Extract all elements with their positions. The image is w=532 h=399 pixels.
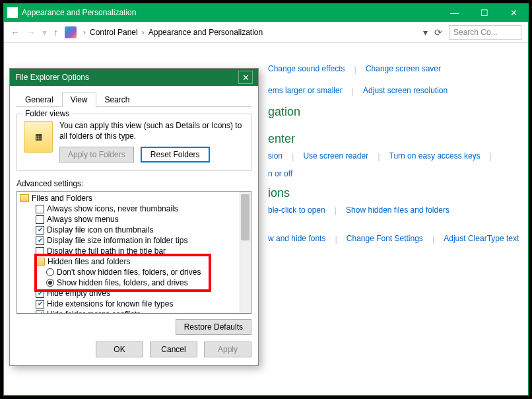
link-items-size[interactable]: ems larger or smaller (268, 86, 343, 96)
dialog-close-button[interactable]: ✕ (238, 71, 253, 84)
checkbox-icon[interactable]: ✔ (36, 226, 44, 235)
back-button[interactable]: ← (11, 27, 20, 38)
tree-item: ✔Hide extensions for known file types (20, 299, 251, 309)
window-title: Appearance and Personalization (22, 8, 136, 17)
checkbox-icon[interactable] (36, 215, 44, 224)
link-screen-saver[interactable]: Change screen saver (366, 64, 441, 74)
folder-views-group: Folder views ▦ You can apply this view (… (17, 114, 251, 171)
tree-item: Always show menus (20, 214, 251, 225)
folder-icon: ▦ (24, 121, 53, 153)
control-panel-small-icon (65, 26, 77, 38)
toolbar: ← → ▾ ↑ › Control Panel › Appearance and… (4, 22, 528, 43)
tree-item: Always show icons, never thumbnails (20, 203, 251, 214)
tab-general[interactable]: General (17, 92, 62, 107)
folder-views-text: You can apply this view (such as Details… (59, 121, 244, 141)
link-font-settings[interactable]: Change Font Settings (347, 234, 423, 244)
heading-navigation[interactable]: gation (268, 105, 521, 119)
link-sound-effects[interactable]: Change sound effects (268, 64, 345, 74)
dialog-titlebar[interactable]: File Explorer Options ✕ (10, 69, 258, 86)
forward-button[interactable]: → (26, 27, 36, 38)
close-button[interactable]: ✕ (499, 3, 529, 22)
link-easy-access[interactable]: Turn on easy access keys (389, 151, 481, 161)
tree-item: ✔Display file icon on thumbnails (20, 225, 251, 235)
scrollbar-thumb[interactable] (241, 194, 249, 240)
maximize-button[interactable]: ☐ (469, 3, 499, 22)
advanced-settings-label: Advanced settings: (17, 179, 251, 188)
checkbox-icon[interactable]: ✔ (36, 310, 44, 314)
control-panel-icon: ⚙ (7, 7, 18, 18)
checkbox-icon[interactable]: ✔ (36, 300, 44, 308)
tree-item: ✔Hide folder merge conflicts (20, 309, 251, 314)
tab-view[interactable]: View (62, 92, 96, 107)
tab-search[interactable]: Search (96, 92, 139, 107)
link-screen-resolution[interactable]: Adjust screen resolution (363, 86, 448, 96)
breadcrumb[interactable]: › Control Panel › Appearance and Persona… (83, 28, 416, 37)
breadcrumb-root[interactable]: Control Panel (90, 28, 138, 37)
checkbox-icon[interactable]: ✔ (36, 236, 44, 245)
ok-button[interactable]: OK (96, 342, 143, 357)
refresh-button[interactable]: ⟳ (434, 27, 442, 38)
file-explorer-options-dialog: File Explorer Options ✕ General View Sea… (9, 68, 259, 366)
link-on-off[interactable]: n or off (268, 169, 292, 178)
apply-to-folders-button[interactable]: Apply to Folders (59, 147, 134, 163)
history-dropdown[interactable]: ▾ (42, 27, 47, 38)
main-window: ⚙ Appearance and Personalization — ☐ ✕ ←… (3, 3, 529, 396)
tree-root: Files and Folders (20, 193, 251, 203)
dialog-title: File Explorer Options (15, 73, 89, 82)
restore-defaults-button[interactable]: Restore Defaults (176, 319, 251, 335)
advanced-settings-tree[interactable]: Files and Folders Always show icons, nev… (17, 191, 251, 314)
heading-folder-options[interactable]: ions (268, 186, 521, 200)
search-input[interactable]: Search Co... (449, 25, 521, 40)
titlebar: ⚙ Appearance and Personalization — ☐ ✕ (3, 3, 529, 22)
link-show-hidden[interactable]: Show hidden files and folders (346, 205, 449, 215)
breadcrumb-dropdown-icon[interactable]: ▾ (423, 27, 428, 38)
heading-ease[interactable]: enter (268, 132, 521, 146)
scrollbar[interactable] (240, 192, 251, 313)
breadcrumb-current[interactable]: Appearance and Personalization (149, 28, 263, 37)
minimize-button[interactable]: — (440, 3, 469, 22)
tree-item: ✔Display file size information in folder… (20, 235, 251, 246)
folder-icon (20, 194, 29, 202)
up-button[interactable]: ↑ (53, 27, 58, 38)
content: ← → ▾ ↑ › Control Panel › Appearance and… (4, 22, 528, 395)
link-hide-fonts[interactable]: w and hide fonts (268, 234, 325, 244)
highlight-box (34, 254, 211, 292)
reset-folders-button[interactable]: Reset Folders (141, 147, 210, 163)
link-cleartype[interactable]: Adjust ClearType text (444, 234, 519, 244)
checkbox-icon[interactable] (36, 205, 44, 213)
cancel-button[interactable]: Cancel (150, 342, 197, 357)
link-vision[interactable]: sion (268, 151, 283, 161)
dialog-tabs: General View Search (17, 91, 251, 107)
folder-views-legend: Folder views (22, 109, 72, 118)
apply-button[interactable]: Apply (204, 342, 251, 357)
link-screen-reader[interactable]: Use screen reader (303, 151, 368, 161)
link-double-click[interactable]: ble-click to open (268, 205, 325, 215)
